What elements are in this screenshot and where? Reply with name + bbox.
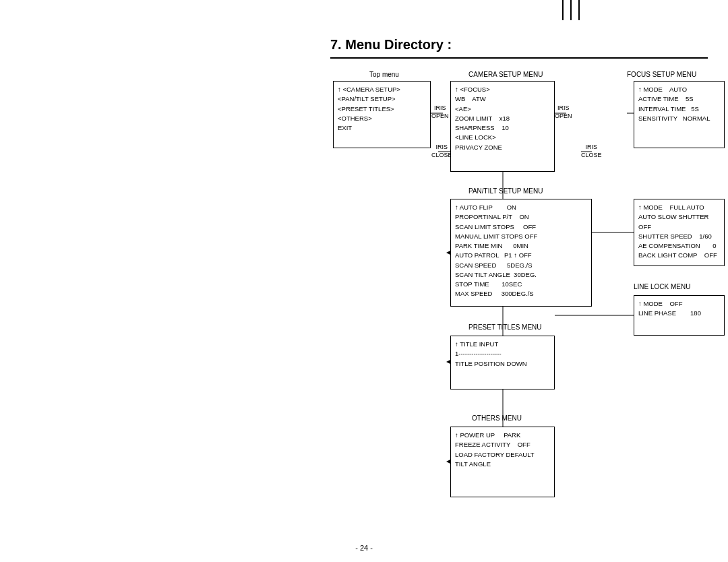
- ae-line-5: BACK LIGHT COMP OFF: [638, 251, 720, 260]
- box-ae-mode: ↑ MODE FULL AUTO AUTO SLOW SHUTTER OFF S…: [634, 199, 725, 266]
- top-menu-line-3: <PRESET TITLES>: [338, 104, 426, 114]
- iris-open-label-left: IRISOPEN: [431, 104, 449, 120]
- label-preset-titles-menu: PRESET TITLES MENU: [468, 323, 542, 331]
- focus-line-1: ↑ MODE AUTO: [638, 85, 720, 94]
- page-title: 7. Menu Directory :: [330, 37, 452, 53]
- camera-line-7: PRIVACY ZONE: [455, 143, 550, 152]
- pantilt-line-9: STOP TIME 10SEC: [455, 280, 587, 289]
- box-line-lock: ↑ MODE OFF LINE PHASE 180: [634, 295, 725, 336]
- camera-line-5: SHARPNESS 10: [455, 123, 550, 133]
- box-top-menu: ↑ <CAMERA SETUP> <PAN/TILT SETUP> <PRESE…: [333, 81, 431, 148]
- focus-line-3: INTERVAL TIME 5S: [638, 104, 720, 114]
- preset-line-2: 1--------------------: [455, 349, 550, 358]
- page-content: 7. Menu Directory : Top menu CAMERA SETU…: [0, 0, 728, 562]
- top-menu-line-4: <OTHERS>: [338, 114, 426, 123]
- focus-line-2: ACTIVE TIME 5S: [638, 94, 720, 104]
- pantilt-line-6: AUTO PATROL P1 ↑ OFF: [455, 251, 587, 260]
- label-camera-setup-menu: CAMERA SETUP MENU: [468, 71, 543, 78]
- page-number: - 24 -: [355, 544, 373, 552]
- box-camera-setup: ↑ <FOCUS> WB ATW <AE> ZOOM LIMIT x18 SHA…: [450, 81, 555, 172]
- pantilt-line-5: PARK TIME MIN 0MIN: [455, 241, 587, 251]
- pantilt-line-1: ↑ AUTO FLIP ON: [455, 203, 587, 212]
- focus-line-4: SENSITIVITY NORMAL: [638, 114, 720, 123]
- linelock-line-2: LINE PHASE 180: [638, 309, 720, 318]
- box-focus-setup: ↑ MODE AUTO ACTIVE TIME 5S INTERVAL TIME…: [634, 81, 725, 148]
- box-preset-titles: ↑ TITLE INPUT 1-------------------- TITL…: [450, 336, 555, 389]
- preset-line-3: TITLE POSITION DOWN: [455, 359, 550, 369]
- box-others: ↑ POWER UP PARK FREEZE ACTIVITY OFF LOAD…: [450, 427, 555, 497]
- top-menu-line-2: <PAN/TILT SETUP>: [338, 94, 426, 104]
- others-line-4: TILT ANGLE: [455, 460, 550, 469]
- label-others-menu: OTHERS MENU: [472, 414, 522, 422]
- others-line-2: FREEZE ACTIVITY OFF: [455, 440, 550, 449]
- pantilt-line-10: MAX SPEED 300DEG./S: [455, 289, 587, 299]
- camera-line-6: <LINE LOCK>: [455, 133, 550, 142]
- ae-line-1: ↑ MODE FULL AUTO: [638, 203, 720, 212]
- pantilt-line-4: MANUAL LIMIT STOPS OFF: [455, 232, 587, 241]
- top-menu-line-1: ↑ <CAMERA SETUP>: [338, 85, 426, 94]
- top-border-lines: [562, 0, 580, 20]
- border-line-3: [578, 0, 580, 20]
- box-pantilt-setup: ↑ AUTO FLIP ON PROPORTINAL P/T ON SCAN L…: [450, 199, 592, 307]
- label-top-menu: Top menu: [369, 71, 399, 78]
- camera-line-2: WB ATW: [455, 94, 550, 104]
- linelock-line-1: ↑ MODE OFF: [638, 299, 720, 309]
- label-pantilt-setup-menu: PAN/TILT SETUP MENU: [468, 187, 543, 195]
- pantilt-line-2: PROPORTINAL P/T ON: [455, 212, 587, 222]
- iris-close-label-left: IRISCLOSE: [431, 144, 452, 159]
- ae-line-4: AE COMPENSATION 0: [638, 241, 720, 251]
- border-line-2: [570, 0, 572, 20]
- title-underline: [330, 57, 708, 59]
- camera-line-1: ↑ <FOCUS>: [455, 85, 550, 94]
- ae-line-3: SHUTTER SPEED 1/60: [638, 232, 720, 241]
- iris-close-label-right: IRISCLOSE: [581, 144, 602, 159]
- top-menu-line-5: EXIT: [338, 123, 426, 133]
- preset-line-1: ↑ TITLE INPUT: [455, 340, 550, 349]
- label-line-lock-menu: LINE LOCK MENU: [634, 283, 690, 290]
- camera-line-4: ZOOM LIMIT x18: [455, 114, 550, 123]
- others-line-3: LOAD FACTORY DEFAULT: [455, 450, 550, 460]
- iris-open-label-right: IRISOPEN: [555, 104, 572, 120]
- pantilt-line-7: SCAN SPEED 5DEG./S: [455, 261, 587, 270]
- label-focus-setup-menu: FOCUS SETUP MENU: [627, 71, 696, 78]
- border-line-1: [562, 0, 564, 20]
- camera-line-3: <AE>: [455, 104, 550, 114]
- pantilt-line-3: SCAN LIMIT STOPS OFF: [455, 222, 587, 232]
- others-line-1: ↑ POWER UP PARK: [455, 431, 550, 440]
- ae-line-2: AUTO SLOW SHUTTER OFF: [638, 212, 720, 232]
- pantilt-line-8: SCAN TILT ANGLE 30DEG.: [455, 270, 587, 280]
